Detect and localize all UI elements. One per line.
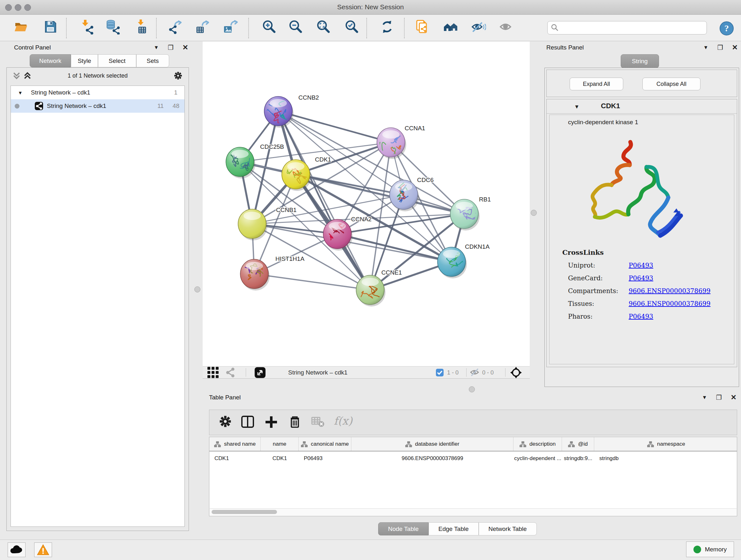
tree-expand-triangle-icon[interactable]: ▼ bbox=[18, 90, 23, 96]
tab-node-table[interactable]: Node Table bbox=[378, 522, 428, 536]
save-session-button[interactable] bbox=[43, 19, 58, 35]
open-session-button[interactable] bbox=[13, 19, 29, 35]
network-edge[interactable] bbox=[278, 111, 391, 142]
control-panel-controls: ▼ ❐ ✕ bbox=[154, 44, 188, 52]
crosslink-value-link[interactable]: P06493 bbox=[629, 274, 653, 282]
crosslink-value-link[interactable]: P06493 bbox=[629, 313, 653, 320]
toolbar-separator bbox=[248, 18, 249, 38]
zoom-in-button[interactable] bbox=[261, 19, 277, 35]
panel-collapse-icon[interactable]: ▼ bbox=[702, 395, 707, 400]
crosslink-value-link[interactable]: 9606.ENSP00000378699 bbox=[629, 300, 711, 307]
tab-string[interactable]: String bbox=[621, 54, 659, 68]
cell-canonical-name[interactable]: P06493 bbox=[299, 451, 351, 465]
search-box[interactable] bbox=[547, 21, 707, 35]
network-node-hist1h1a[interactable] bbox=[240, 259, 270, 291]
add-column-icon[interactable] bbox=[264, 415, 280, 431]
network-view-canvas[interactable]: CCNB2CCNA1CDC25BCDK1CDC6RB1CCNB1CCNA2CDK… bbox=[203, 42, 530, 366]
memory-button[interactable]: Memory bbox=[686, 542, 734, 557]
warnings-button[interactable] bbox=[34, 543, 52, 557]
panel-float-icon[interactable]: ❐ bbox=[718, 44, 723, 51]
panel-float-icon[interactable]: ❐ bbox=[168, 44, 174, 51]
cell-namespace[interactable]: stringdb bbox=[594, 451, 737, 465]
zoom-out-button[interactable] bbox=[288, 19, 303, 35]
network-row[interactable]: String Network – cdk1 11 48 bbox=[11, 99, 185, 113]
network-share-icon bbox=[225, 367, 237, 378]
panel-close-icon[interactable]: ✕ bbox=[183, 44, 188, 52]
network-node-cdc25b[interactable] bbox=[226, 147, 255, 179]
new-network-from-selection-button[interactable] bbox=[414, 19, 430, 35]
detach-view-icon[interactable] bbox=[255, 367, 266, 378]
network-node-rb1[interactable] bbox=[450, 199, 480, 231]
help-button[interactable]: ? bbox=[719, 21, 734, 36]
cell-description[interactable]: cyclin-dependent ... bbox=[514, 451, 562, 465]
table-row[interactable]: CDK1CDK1P064939606.ENSP00000378699cyclin… bbox=[209, 451, 737, 465]
table-settings-gear-icon[interactable] bbox=[218, 415, 235, 431]
column-header-canonical-name[interactable]: canonical name bbox=[299, 437, 351, 451]
export-network-button[interactable] bbox=[167, 19, 183, 35]
table-panel: Table Panel ▼ ❐ ✕ f(x) shared namename c… bbox=[207, 392, 741, 539]
left-splitter-handle[interactable] bbox=[194, 287, 200, 293]
import-network-database-button[interactable] bbox=[106, 19, 121, 35]
network-collection-row[interactable]: ▼ String Network – cdk1 1 bbox=[11, 86, 185, 99]
selected-checkbox-icon[interactable] bbox=[435, 368, 444, 377]
search-input[interactable] bbox=[559, 23, 706, 33]
delete-column-icon[interactable] bbox=[287, 415, 304, 431]
network-node-cdkn1a[interactable] bbox=[437, 247, 467, 278]
crosslink-value-link[interactable]: P06493 bbox=[629, 261, 653, 269]
network-edge[interactable] bbox=[254, 274, 370, 290]
cell-name[interactable]: CDK1 bbox=[261, 451, 299, 465]
refresh-view-button[interactable] bbox=[380, 19, 395, 35]
cell--id[interactable]: stringdb:9... bbox=[562, 451, 594, 465]
panel-collapse-icon[interactable]: ▼ bbox=[154, 45, 159, 51]
collapse-all-button[interactable]: Collapse All bbox=[643, 78, 700, 90]
show-all-button[interactable] bbox=[498, 19, 514, 35]
tab-select[interactable]: Select bbox=[98, 54, 136, 67]
column-header--id[interactable]: @id bbox=[562, 437, 594, 451]
export-image-button[interactable] bbox=[223, 19, 238, 35]
crosslink-value-link[interactable]: 9606.ENSP00000378699 bbox=[629, 287, 711, 295]
network-edge[interactable] bbox=[370, 142, 391, 290]
tab-style[interactable]: Style bbox=[71, 54, 98, 67]
tab-network-table[interactable]: Network Table bbox=[479, 522, 537, 536]
show-columns-icon[interactable] bbox=[241, 415, 257, 431]
panel-close-icon[interactable]: ✕ bbox=[732, 44, 738, 52]
import-table-button[interactable] bbox=[134, 19, 149, 35]
cloud-status-button[interactable] bbox=[8, 543, 25, 557]
memory-status-dot-icon bbox=[693, 546, 701, 553]
zoom-fit-button[interactable] bbox=[316, 19, 331, 35]
network-edge[interactable] bbox=[252, 224, 370, 290]
column-header-description[interactable]: description bbox=[514, 437, 562, 451]
horizontal-scrollbar[interactable] bbox=[210, 508, 737, 516]
zoom-selected-button[interactable] bbox=[344, 19, 359, 35]
import-network-file-button[interactable] bbox=[79, 19, 95, 35]
network-node-ccna1[interactable] bbox=[377, 128, 406, 159]
section-collapse-triangle-icon[interactable]: ▼ bbox=[574, 104, 580, 110]
column-header-shared-name[interactable]: shared name bbox=[209, 437, 261, 451]
column-header-namespace[interactable]: namespace bbox=[594, 437, 737, 451]
birdseye-grid-icon[interactable] bbox=[207, 367, 219, 378]
expand-all-button[interactable]: Expand All bbox=[569, 78, 623, 90]
panel-close-icon[interactable]: ✕ bbox=[731, 393, 737, 401]
cell-shared-name[interactable]: CDK1 bbox=[209, 451, 261, 465]
network-node-ccna2[interactable] bbox=[323, 219, 353, 251]
gene-section-header[interactable]: ▼ CDK1 bbox=[547, 99, 737, 114]
tab-network[interactable]: Network bbox=[30, 54, 71, 67]
column-header-name[interactable]: name bbox=[261, 437, 299, 451]
fit-selection-crosshair-icon[interactable] bbox=[510, 366, 522, 379]
tab-sets[interactable]: Sets bbox=[136, 54, 169, 67]
cell-database-identifier[interactable]: 9606.ENSP00000378699 bbox=[351, 451, 514, 465]
panel-float-icon[interactable]: ❐ bbox=[716, 394, 722, 401]
network-node-ccnb1[interactable] bbox=[238, 209, 267, 240]
tab-edge-table[interactable]: Edge Table bbox=[428, 522, 479, 536]
column-header-database-identifier[interactable]: database identifier bbox=[351, 437, 514, 451]
network-edge[interactable] bbox=[278, 111, 464, 214]
scrollbar-thumb[interactable] bbox=[212, 510, 277, 514]
horizontal-splitter-handle[interactable] bbox=[469, 386, 475, 392]
network-options-gear-icon[interactable] bbox=[173, 71, 183, 80]
network-node-cdc6[interactable] bbox=[390, 180, 419, 211]
first-neighbors-button[interactable] bbox=[443, 19, 458, 35]
export-table-button[interactable] bbox=[195, 19, 210, 35]
hide-selection-button[interactable] bbox=[471, 19, 486, 35]
right-splitter-handle[interactable] bbox=[531, 210, 537, 216]
panel-collapse-icon[interactable]: ▼ bbox=[703, 45, 709, 51]
